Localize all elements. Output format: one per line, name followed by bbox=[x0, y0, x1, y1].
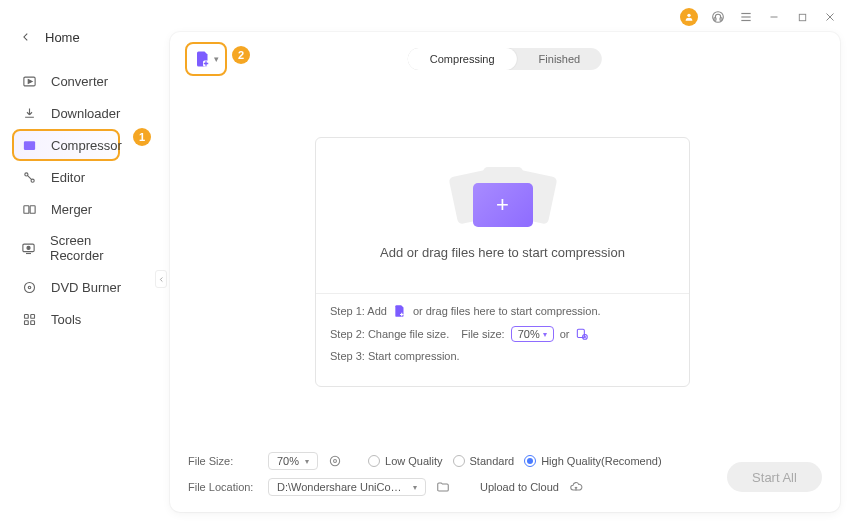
sidebar-item-label: Converter bbox=[51, 74, 108, 89]
filesize-settings-icon[interactable] bbox=[328, 454, 342, 468]
close-button[interactable] bbox=[822, 9, 838, 25]
tab-finished[interactable]: Finished bbox=[517, 48, 603, 70]
sidebar-item-label: Merger bbox=[51, 202, 92, 217]
step-1: Step 1: Add or drag files here to start … bbox=[330, 304, 675, 318]
upload-cloud-label: Upload to Cloud bbox=[480, 481, 559, 493]
sidebar: Home Converter Downloader Compressor Edi… bbox=[0, 0, 160, 522]
svg-point-23 bbox=[28, 286, 31, 289]
sidebar-item-label: DVD Burner bbox=[51, 280, 121, 295]
quality-low[interactable]: Low Quality bbox=[368, 455, 442, 467]
home-link[interactable]: Home bbox=[0, 24, 160, 65]
svg-marker-12 bbox=[28, 79, 32, 83]
step-3: Step 3: Start compression. bbox=[330, 350, 675, 362]
step2-size-select[interactable]: 70% ▾ bbox=[511, 326, 554, 342]
footer-row-filesize: File Size: 70% ▾ Low Quality Standard Hi… bbox=[188, 452, 822, 470]
svg-point-0 bbox=[687, 14, 690, 17]
start-all-button[interactable]: Start All bbox=[727, 462, 822, 492]
sidebar-collapse-handle[interactable] bbox=[155, 270, 167, 288]
add-file-button[interactable]: ▾ bbox=[185, 42, 227, 76]
add-file-mini-icon[interactable] bbox=[393, 304, 407, 318]
settings-mini-icon[interactable] bbox=[575, 327, 589, 341]
svg-point-14 bbox=[24, 172, 27, 175]
fileloc-select[interactable]: D:\Wondershare UniConverter 1 ▾ bbox=[268, 478, 426, 496]
recorder-icon bbox=[21, 240, 36, 256]
svg-rect-8 bbox=[799, 14, 805, 20]
sidebar-item-label: Editor bbox=[51, 170, 85, 185]
tools-icon bbox=[21, 311, 37, 327]
sidebar-item-merger[interactable]: Merger bbox=[0, 193, 160, 225]
radio-icon bbox=[453, 455, 465, 467]
dropzone-visual: + Add or drag files here to start compre… bbox=[316, 138, 689, 293]
steps-panel: Step 1: Add or drag files here to start … bbox=[316, 293, 689, 372]
svg-rect-18 bbox=[30, 205, 35, 213]
callout-badge-1: 1 bbox=[133, 128, 151, 146]
sidebar-item-dvd-burner[interactable]: DVD Burner bbox=[0, 271, 160, 303]
disc-icon bbox=[21, 279, 37, 295]
svg-rect-26 bbox=[24, 320, 28, 324]
window-titlebar bbox=[680, 8, 838, 26]
svg-line-16 bbox=[27, 175, 31, 179]
svg-rect-13 bbox=[24, 141, 35, 150]
merger-icon bbox=[21, 201, 37, 217]
home-label: Home bbox=[45, 30, 80, 45]
folder-illustration: + bbox=[458, 171, 548, 231]
compressor-icon bbox=[22, 137, 37, 153]
svg-rect-24 bbox=[24, 314, 28, 318]
svg-rect-29 bbox=[578, 329, 585, 337]
download-icon bbox=[21, 105, 37, 121]
step-2: Step 2: Change file size. File size: 70%… bbox=[330, 326, 675, 342]
quality-standard[interactable]: Standard bbox=[453, 455, 515, 467]
sidebar-item-downloader[interactable]: Downloader bbox=[0, 97, 160, 129]
svg-point-32 bbox=[334, 460, 337, 463]
open-folder-icon[interactable] bbox=[436, 480, 450, 494]
sidebar-item-label: Screen Recorder bbox=[50, 233, 142, 263]
sidebar-item-screen-recorder[interactable]: Screen Recorder bbox=[0, 225, 160, 271]
chevron-down-icon: ▾ bbox=[214, 54, 219, 64]
sidebar-item-label: Tools bbox=[51, 312, 81, 327]
editor-icon bbox=[21, 169, 37, 185]
sidebar-item-label: Compressor bbox=[51, 138, 122, 153]
support-icon[interactable] bbox=[710, 9, 726, 25]
fileloc-label: File Location: bbox=[188, 481, 258, 493]
back-icon bbox=[21, 31, 31, 45]
sidebar-item-label: Downloader bbox=[51, 106, 120, 121]
svg-rect-17 bbox=[23, 205, 28, 213]
sidebar-item-converter[interactable]: Converter bbox=[0, 65, 160, 97]
svg-point-31 bbox=[330, 456, 339, 465]
dropzone[interactable]: + Add or drag files here to start compre… bbox=[315, 137, 690, 387]
user-avatar[interactable] bbox=[680, 8, 698, 26]
svg-rect-27 bbox=[30, 320, 34, 324]
svg-point-22 bbox=[24, 282, 34, 292]
folder-plus-icon: + bbox=[473, 183, 533, 227]
radio-icon bbox=[368, 455, 380, 467]
maximize-button[interactable] bbox=[794, 9, 810, 25]
quality-high[interactable]: High Quality(Recomend) bbox=[524, 455, 661, 467]
svg-rect-3 bbox=[720, 18, 722, 21]
tabs: Compressing Finished bbox=[408, 48, 602, 70]
svg-point-20 bbox=[27, 246, 30, 249]
radio-checked-icon bbox=[524, 455, 536, 467]
chevron-down-icon: ▾ bbox=[413, 483, 417, 492]
dropzone-text: Add or drag files here to start compress… bbox=[380, 245, 625, 260]
main-panel: ▾ 2 Compressing Finished + Add or drag f… bbox=[170, 32, 840, 512]
svg-rect-25 bbox=[30, 314, 34, 318]
filesize-label: File Size: bbox=[188, 455, 258, 467]
tab-compressing[interactable]: Compressing bbox=[408, 48, 517, 70]
chevron-down-icon: ▾ bbox=[305, 457, 309, 466]
sidebar-item-compressor[interactable]: Compressor bbox=[12, 129, 120, 161]
cloud-upload-icon[interactable] bbox=[569, 480, 583, 494]
svg-point-15 bbox=[31, 179, 34, 182]
chevron-down-icon: ▾ bbox=[543, 330, 547, 339]
minimize-button[interactable] bbox=[766, 9, 782, 25]
converter-icon bbox=[21, 73, 37, 89]
svg-rect-2 bbox=[714, 18, 716, 21]
filesize-select[interactable]: 70% ▾ bbox=[268, 452, 318, 470]
add-file-icon bbox=[194, 50, 212, 68]
callout-badge-2: 2 bbox=[232, 46, 250, 64]
user-icon bbox=[684, 12, 694, 22]
sidebar-item-tools[interactable]: Tools bbox=[0, 303, 160, 335]
sidebar-item-editor[interactable]: Editor bbox=[0, 161, 160, 193]
menu-icon[interactable] bbox=[738, 9, 754, 25]
